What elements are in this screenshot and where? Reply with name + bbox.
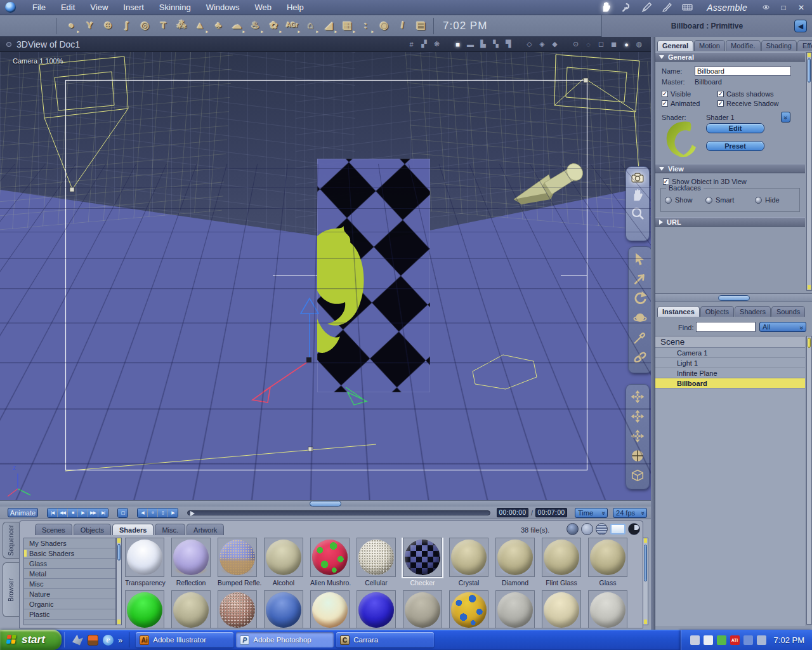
category-plastic[interactable]: Plastic	[24, 609, 115, 620]
spline-object-icon[interactable]: Y	[81, 18, 98, 34]
fountain-icon[interactable]: ✿▸	[265, 18, 282, 34]
shader-thumb-alcohol[interactable]: Alcohol	[264, 538, 303, 587]
checkbox-icon[interactable]: ✓	[717, 100, 724, 107]
hierarchy-icon[interactable]: #	[406, 39, 417, 50]
shader-thumb[interactable]	[449, 590, 488, 628]
quality-medium-shield-icon[interactable]: ◈	[537, 39, 547, 50]
internet-explorer-icon[interactable]: e	[103, 635, 114, 646]
radio-icon[interactable]	[755, 197, 762, 204]
find-input[interactable]	[696, 322, 756, 332]
particles-icon[interactable]: ⁂	[173, 18, 190, 34]
fire-icon[interactable]: ♨▸	[247, 18, 264, 34]
radio-show[interactable]: Show	[665, 196, 705, 204]
shader-thumb[interactable]	[171, 590, 211, 628]
network-tray-icon[interactable]	[743, 635, 753, 645]
shader-thumb-glass[interactable]: Glass	[588, 538, 627, 587]
scene-tab-objects[interactable]: Objects	[700, 306, 734, 317]
plant-icon[interactable]: ♣	[210, 18, 227, 34]
inspector-back-button[interactable]: ◀	[794, 20, 807, 32]
shader-thumb[interactable]	[264, 590, 303, 628]
checkbox-visible[interactable]: ✓Visible	[662, 90, 717, 98]
media-player-icon[interactable]	[88, 635, 98, 646]
viewport-splitter[interactable]	[0, 500, 651, 507]
text-object-icon[interactable]: T	[155, 18, 172, 34]
category-nature[interactable]: Nature	[24, 589, 115, 599]
shader-thumb-diamond[interactable]: Diamond	[495, 538, 535, 587]
checkbox-casts-shadows[interactable]: ✓Casts shadows	[717, 90, 797, 98]
delete-keyframe-button[interactable]: ▯	[158, 508, 167, 517]
properties-tab-modifie[interactable]: Modifie.	[726, 40, 761, 51]
preview-list-icon[interactable]	[596, 523, 608, 535]
emitter-icon[interactable]: :▸	[357, 18, 374, 34]
menu-help[interactable]: Help	[279, 1, 311, 13]
menu-file[interactable]: File	[25, 1, 53, 13]
working-box-tool-icon[interactable]	[631, 468, 645, 482]
scene-item-camera-1[interactable]: Camera 1	[655, 348, 805, 358]
translate-xz-tool-icon[interactable]	[631, 409, 645, 423]
filter-dropdown[interactable]: All»	[759, 322, 806, 332]
trackball-rotate-tool-icon[interactable]	[631, 449, 645, 463]
prev-keyframe-button[interactable]: ◀	[138, 508, 147, 517]
scene-item-infinite-plane[interactable]: Infinite Plane	[655, 368, 805, 378]
shader-thumb-reflection[interactable]: Reflection	[171, 538, 211, 587]
shader-thumb[interactable]	[403, 590, 442, 628]
display-white-sphere-icon[interactable]: ●	[621, 39, 632, 50]
menu-windows[interactable]: Windows	[199, 1, 247, 13]
splitter-handle[interactable]	[310, 501, 341, 507]
scene-item-light-1[interactable]: Light 1	[655, 358, 805, 368]
fast-forward-button[interactable]: ▶▶	[88, 508, 98, 517]
view-section-header[interactable]: View	[655, 164, 805, 173]
pen-tray-icon[interactable]	[757, 635, 766, 645]
scene-tab-instances[interactable]: Instances	[657, 306, 700, 317]
menu-edit[interactable]: Edit	[53, 1, 82, 13]
menu-insert[interactable]: Insert	[115, 1, 152, 13]
first-frame-button[interactable]: |◀	[48, 508, 57, 517]
cloud-icon[interactable]: ☁▸	[228, 18, 246, 34]
show-desktop-icon[interactable]	[72, 635, 83, 646]
scrollbar-thumb[interactable]	[117, 544, 121, 560]
splitter-handle[interactable]	[718, 295, 750, 301]
grid-scrollbar[interactable]	[643, 538, 648, 625]
radio-icon[interactable]	[705, 197, 712, 204]
camera-objects-icon[interactable]: ▞	[419, 39, 429, 50]
agr-plugin-icon[interactable]: AGr▸	[284, 18, 301, 34]
layout-two-pane-icon[interactable]: ▬	[465, 39, 476, 50]
brush-room-icon[interactable]	[660, 2, 674, 13]
house-scene-icon[interactable]: ⌂▸	[302, 18, 319, 34]
start-button[interactable]: start	[0, 630, 62, 650]
browser-tab-scenes[interactable]: Scenes	[35, 524, 72, 535]
move-cursor-tool-icon[interactable]	[633, 272, 647, 286]
checkbox-receive-shadow[interactable]: ✓Receive Shadow	[717, 100, 797, 107]
url-section-header[interactable]: URL	[655, 217, 805, 227]
bone-icon[interactable]: /	[394, 18, 411, 34]
layout-three-pane-icon[interactable]: ▙	[478, 39, 488, 50]
preview-dark-sphere-icon[interactable]	[566, 523, 579, 535]
fps-dropdown[interactable]: 24 fps»	[613, 508, 647, 518]
display-wire-cube-icon[interactable]: ◻	[596, 39, 606, 50]
radio-hide[interactable]: Hide	[755, 196, 780, 204]
wrench-room-icon[interactable]	[619, 2, 633, 13]
shader-thumb[interactable]	[310, 590, 350, 628]
properties-tab-motion[interactable]: Motion	[694, 40, 725, 51]
translate-xy-tool-icon[interactable]	[631, 390, 645, 404]
viewport-3d[interactable]: z Camera 1 100%	[0, 52, 651, 500]
category-basic-shaders[interactable]: Basic Shaders	[24, 548, 115, 559]
play-button[interactable]: ▶	[78, 508, 88, 517]
taskbar-task-carrara[interactable]: CCarrara	[336, 632, 434, 647]
preset-button[interactable]: Preset	[706, 141, 764, 151]
display-dotted-sphere-icon[interactable]: ◌	[583, 39, 594, 50]
next-keyframe-button[interactable]: ▶	[168, 508, 178, 517]
display-normals-icon[interactable]: ⊙	[570, 39, 581, 50]
pie-menu-icon[interactable]	[628, 523, 640, 535]
playhead[interactable]	[190, 511, 195, 516]
category-misc[interactable]: Misc	[24, 579, 115, 589]
shader-thumb-bumped-refle[interactable]: Bumped Refle.	[218, 538, 257, 587]
last-frame-button[interactable]: ▶|	[98, 508, 108, 517]
shader-thumb[interactable]	[495, 590, 535, 628]
target-helper-icon[interactable]: ◉	[376, 18, 393, 34]
notes-icon[interactable]: ▤	[412, 18, 429, 34]
zoom-magnifier-tool-icon[interactable]	[631, 206, 645, 220]
checkbox-icon[interactable]: ✓	[717, 91, 724, 97]
taskbar-task-adobe-illustrator[interactable]: AiAdobe Illustrator	[136, 632, 233, 647]
camera-dolly-tool-icon[interactable]	[631, 171, 645, 185]
